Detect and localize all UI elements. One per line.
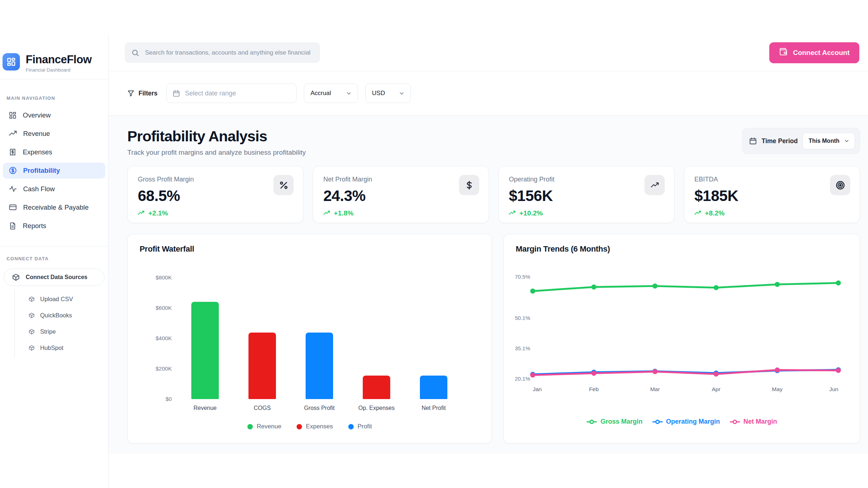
profit-waterfall-card: Profit Waterfall $800K$600K$400K$200K$0R…: [127, 234, 492, 444]
filters-toggle[interactable]: Filters: [127, 90, 158, 97]
y-axis-tick: $600K: [132, 305, 172, 311]
sidebar-item-label: Revenue: [23, 130, 50, 138]
legend-item-expenses: Expenses: [297, 423, 333, 430]
time-period-label: Time Period: [762, 137, 798, 145]
sidebar-item-profitability[interactable]: Profitability: [3, 163, 105, 179]
search-icon: [131, 49, 139, 57]
kpi-label: Net Profit Margin: [323, 176, 478, 183]
waterfall-bar-op-expenses: [363, 376, 390, 399]
x-axis-label: Mar: [650, 386, 660, 392]
legend-marker: [652, 419, 663, 424]
funnel-icon: [127, 90, 135, 97]
search-input[interactable]: [125, 42, 320, 63]
sidebar-item-cash-flow[interactable]: Cash Flow: [3, 181, 105, 197]
legend-dot: [247, 424, 253, 429]
page-subtitle: Track your profit margins and analyze bu…: [127, 149, 306, 157]
chart-title: Profit Waterfall: [140, 244, 194, 254]
data-source-label: QuickBooks: [40, 312, 72, 319]
legend-label: Operating Margin: [666, 418, 720, 425]
app-logo-icon: [3, 53, 20, 70]
sidebar-nav: OverviewRevenueExpensesProfitabilityCash…: [0, 107, 108, 234]
trend-up-icon: [323, 209, 331, 217]
app-brand: FinanceFlow Financial Dashboard: [0, 34, 108, 73]
chart-title: Margin Trends (6 Months): [516, 244, 610, 254]
trend-up-icon: [694, 209, 702, 217]
calendar-icon: [749, 137, 757, 145]
page-header: Profitability Analysis Track your profit…: [127, 128, 860, 157]
trend-up-icon: [509, 209, 516, 217]
nav-section-label: MAIN NAVIGATION: [7, 95, 108, 101]
accounting-basis-select[interactable]: Accrual: [304, 84, 358, 103]
x-axis-label: Op. Expenses: [349, 405, 404, 411]
sidebar-item-receivable-payable[interactable]: Receivable & Payable: [3, 200, 105, 215]
legend-marker: [729, 419, 740, 424]
cube-icon: [29, 345, 35, 351]
charts-row: Profit Waterfall $800K$600K$400K$200K$0R…: [127, 234, 860, 444]
data-point: [775, 282, 780, 287]
x-axis-label: Net Profit: [407, 405, 461, 411]
filter-bar: Filters Select date range Accrual USD: [109, 71, 868, 116]
data-source-quickbooks[interactable]: QuickBooks: [15, 307, 108, 324]
sidebar-item-label: Profitability: [23, 167, 60, 175]
x-axis-label: May: [772, 386, 783, 392]
margin-trends-card: Margin Trends (6 Months) 70.5%50.1%35.1%…: [503, 234, 860, 444]
y-axis-tick: 70.5%: [515, 274, 530, 280]
data-source-upload-csv[interactable]: Upload CSV: [15, 291, 108, 307]
data-source-label: HubSpot: [40, 344, 63, 351]
trending-up-icon: [9, 129, 17, 138]
content: Profitability Analysis Track your profit…: [109, 116, 868, 454]
x-axis-label: COGS: [235, 405, 289, 411]
finance-dashboard: FinanceFlow Financial Dashboard MAIN NAV…: [0, 0, 868, 488]
data-source-hubspot[interactable]: HubSpot: [15, 340, 108, 356]
data-point: [652, 369, 658, 374]
sidebar-item-reports[interactable]: Reports: [3, 218, 105, 234]
time-period-value: This Month: [809, 138, 839, 144]
kpi-card-operating-profit: Operating Profit$156K+10.2%: [498, 166, 675, 223]
connect-section-label: CONNECT DATA: [7, 256, 108, 261]
date-range-input[interactable]: Select date range: [166, 84, 297, 103]
currency-select[interactable]: USD: [365, 84, 411, 103]
kpi-delta-value: +10.2%: [519, 209, 543, 217]
chevron-down-icon: [399, 90, 405, 97]
connect-account-label: Connect Account: [793, 49, 850, 57]
sidebar-item-label: Overview: [23, 111, 51, 119]
data-point: [714, 285, 719, 290]
calendar-icon: [173, 90, 180, 97]
waterfall-bar-net-profit: [420, 376, 447, 399]
legend-label: Expenses: [306, 423, 333, 430]
wallet-icon: [779, 47, 788, 58]
cube-icon: [12, 273, 20, 281]
y-axis-tick: 20.1%: [515, 376, 530, 382]
data-point: [530, 288, 535, 294]
kpi-value: 24.3%: [323, 187, 478, 205]
trending-up-icon: [644, 175, 665, 195]
kpi-delta: +1.8%: [323, 209, 478, 217]
target-icon: [830, 175, 850, 195]
data-point: [836, 368, 841, 373]
time-period-select[interactable]: This Month: [803, 133, 855, 149]
sidebar-item-revenue[interactable]: Revenue: [3, 126, 105, 142]
page-title-block: Profitability Analysis Track your profit…: [127, 128, 306, 157]
sidebar-item-overview[interactable]: Overview: [3, 107, 105, 123]
trend-up-icon: [138, 209, 145, 217]
connect-data-sources-label: Connect Data Sources: [26, 274, 88, 281]
data-source-stripe[interactable]: Stripe: [15, 324, 108, 340]
connect-data-sources-button[interactable]: Connect Data Sources: [4, 269, 105, 286]
date-range-placeholder: Select date range: [185, 90, 236, 97]
sidebar: FinanceFlow Financial Dashboard MAIN NAV…: [0, 34, 109, 488]
x-axis-label: Apr: [712, 386, 720, 392]
y-axis-tick: $800K: [132, 274, 172, 281]
legend-dot: [297, 424, 302, 429]
connect-account-button[interactable]: Connect Account: [769, 42, 859, 63]
activity-icon: [9, 185, 17, 193]
sidebar-item-expenses[interactable]: Expenses: [3, 144, 105, 160]
sidebar-item-label: Reports: [23, 222, 46, 230]
app-name: FinanceFlow: [26, 53, 92, 66]
data-point: [652, 283, 658, 288]
legend-marker: [586, 419, 597, 424]
kpi-value: 68.5%: [138, 187, 293, 205]
legend-item-net-margin: Net Margin: [729, 418, 777, 425]
kpi-delta: +10.2%: [509, 209, 664, 217]
data-source-label: Stripe: [40, 328, 56, 335]
time-period-widget: Time Period This Month: [742, 128, 860, 154]
